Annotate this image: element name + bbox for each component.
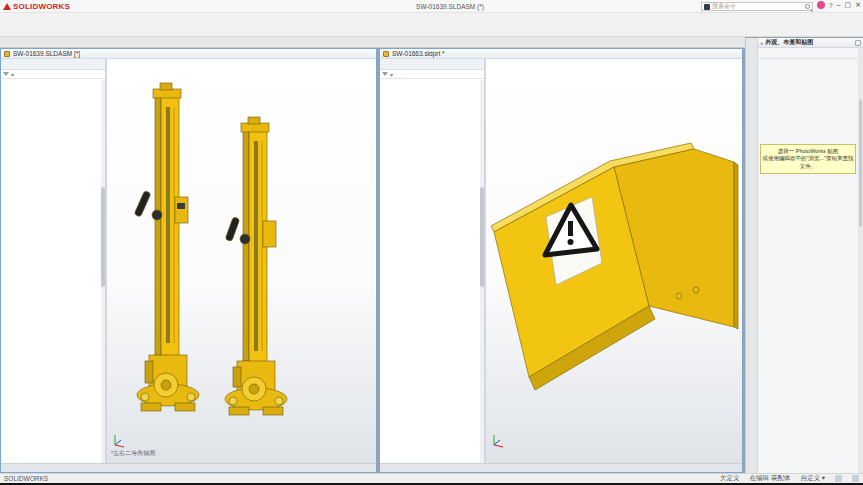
decal-thumbnail-list bbox=[758, 170, 858, 473]
window-title: SW-01639.SLDASM (*) bbox=[300, 3, 600, 10]
decal-hint-line1: 选择一 PhotoWorks 贴图 bbox=[762, 148, 854, 155]
task-pane-scrollbar[interactable] bbox=[858, 48, 863, 473]
help-icon[interactable]: ? bbox=[829, 2, 833, 9]
window-controls: ? – ▢ ✕ bbox=[817, 1, 861, 9]
task-pane: « 外观、布景和贴图 选择一 PhotoWorks 贴图 或使用编辑器中的"浏览… bbox=[745, 38, 863, 473]
solidworks-logo: SOLIDWORKS bbox=[3, 2, 70, 11]
close-button[interactable]: ✕ bbox=[855, 1, 861, 9]
decal-hint-line2: 或使用编辑器中的"浏览..."按钮来查找文件。 bbox=[762, 155, 854, 170]
tree-filter-row[interactable]: ▾ bbox=[380, 70, 484, 79]
reference-triad bbox=[490, 433, 506, 449]
tree-scrollbar-thumb[interactable] bbox=[480, 187, 484, 287]
search-scope-icon[interactable] bbox=[704, 4, 710, 10]
search-placeholder: 搜索命令 bbox=[712, 2, 736, 11]
task-pane-toolbar bbox=[758, 48, 863, 59]
task-pane-tab-strip bbox=[746, 38, 758, 473]
tree-scrollbar-thumb[interactable] bbox=[101, 187, 105, 287]
minimize-button[interactable]: – bbox=[837, 1, 841, 9]
assembly-bottom-tabs bbox=[1, 463, 376, 472]
user-avatar[interactable] bbox=[817, 1, 825, 9]
status-constraint-state: 欠定义 bbox=[720, 474, 740, 483]
assembly-feature-tree bbox=[1, 80, 101, 463]
collapse-icon[interactable]: « bbox=[760, 40, 763, 46]
part-window-title: SW-01663.sldprt * bbox=[392, 50, 445, 57]
app-title-bar: SOLIDWORKS SW-01639.SLDASM (*) 搜索命令 ? – … bbox=[0, 0, 863, 13]
status-editing-mode: 在编辑 装配体 bbox=[750, 474, 791, 483]
assembly-document-icon bbox=[4, 51, 10, 57]
tree-scrollbar[interactable] bbox=[101, 80, 105, 463]
appearance-library-tree bbox=[758, 59, 863, 63]
part-bottom-tabs bbox=[380, 463, 742, 472]
part-viewport[interactable] bbox=[486, 59, 742, 463]
part-document-window: SW-01663.sldprt * ▾ bbox=[379, 48, 743, 473]
restore-button[interactable]: ▢ bbox=[845, 1, 852, 9]
part-feature-tree-panel: ▾ bbox=[380, 59, 486, 463]
status-custom-dropdown[interactable]: 自定义 ▾ bbox=[800, 474, 825, 483]
assembly-model[interactable] bbox=[111, 79, 321, 441]
solidworks-logo-text: SOLIDWORKS bbox=[13, 2, 70, 11]
search-icon[interactable] bbox=[805, 4, 810, 9]
tree-filter-row[interactable]: ▾ bbox=[1, 70, 105, 79]
assembly-window-title-bar[interactable]: SW-01639.SLDASM [*] bbox=[1, 49, 376, 59]
appearances-scenes-decals-panel: « 外观、布景和贴图 选择一 PhotoWorks 贴图 或使用编辑器中的"浏览… bbox=[758, 38, 863, 473]
filter-icon bbox=[382, 72, 388, 76]
status-tag-icon[interactable] bbox=[835, 475, 842, 482]
part-manager-tabs bbox=[380, 59, 484, 70]
part-document-icon bbox=[383, 51, 389, 57]
task-pane-title-bar: « 外观、布景和贴图 bbox=[758, 38, 863, 48]
part-feature-tree bbox=[380, 80, 480, 463]
inspection-ribbon bbox=[0, 13, 863, 37]
pin-icon[interactable] bbox=[855, 40, 861, 46]
task-pane-scrollbar-thumb[interactable] bbox=[859, 99, 862, 227]
assembly-window-title: SW-01639.SLDASM [*] bbox=[13, 50, 80, 57]
view-orientation-label: *左右二等角轴测 bbox=[111, 449, 155, 458]
status-app-name: SOLIDWORKS bbox=[4, 475, 48, 482]
search-input[interactable]: 搜索命令 bbox=[701, 2, 813, 11]
solidworks-logo-icon bbox=[3, 3, 11, 10]
task-pane-title: 外观、布景和贴图 bbox=[765, 38, 813, 47]
assembly-document-window: SW-01639.SLDASM [*] ▾ bbox=[0, 48, 377, 473]
filter-icon bbox=[3, 72, 9, 76]
part-window-title-bar[interactable]: SW-01663.sldprt * bbox=[380, 49, 742, 59]
status-bar: SOLIDWORKS 欠定义 在编辑 装配体 自定义 ▾ bbox=[0, 473, 863, 483]
command-manager-tabs bbox=[0, 37, 745, 48]
status-display-icon[interactable] bbox=[852, 475, 859, 482]
assembly-viewport[interactable]: *左右二等角轴测 bbox=[107, 59, 376, 463]
assembly-feature-tree-panel: ▾ bbox=[1, 59, 107, 463]
tree-scrollbar[interactable] bbox=[480, 80, 484, 463]
assembly-manager-tabs bbox=[1, 59, 105, 70]
reference-triad bbox=[111, 433, 127, 449]
part-model[interactable] bbox=[488, 139, 740, 411]
